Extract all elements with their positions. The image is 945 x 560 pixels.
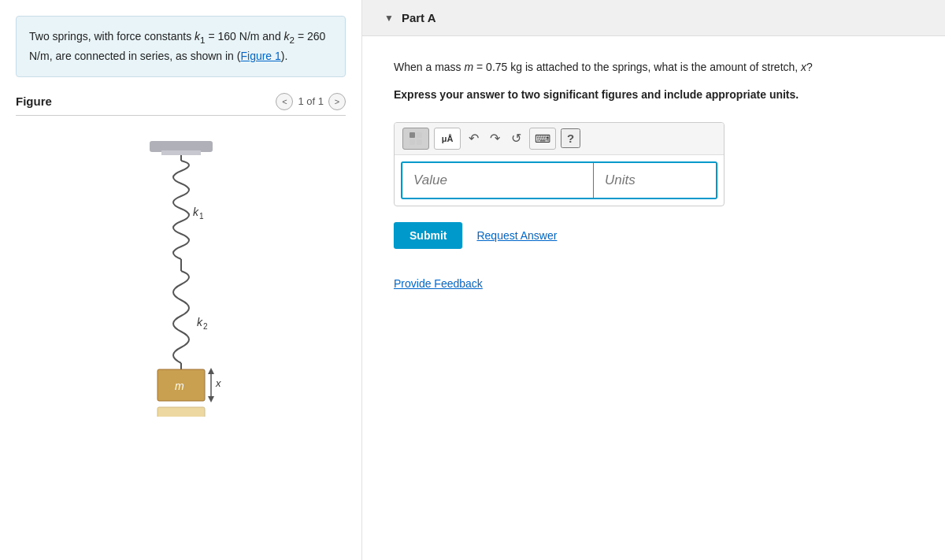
svg-text:1: 1: [199, 212, 204, 221]
figure-link[interactable]: Figure 1: [240, 50, 280, 62]
help-icon: ?: [567, 132, 574, 145]
reset-btn[interactable]: ↺: [508, 129, 524, 147]
prev-figure-btn[interactable]: <: [276, 93, 293, 110]
figure-title: Figure: [16, 95, 52, 108]
figure-count: 1 of 1: [298, 95, 324, 107]
matrix-btn[interactable]: [402, 128, 429, 150]
help-btn[interactable]: ?: [561, 128, 580, 148]
answer-box: μÅ ↶ ↷ ↺ ⌨ ?: [394, 122, 724, 206]
svg-rect-16: [158, 407, 205, 417]
svg-text:2: 2: [203, 322, 208, 331]
svg-text:m: m: [175, 380, 184, 392]
action-row: Submit Request Answer: [394, 222, 914, 249]
part-content: When a mass m = 0.75 kg is attached to t…: [362, 36, 945, 314]
problem-statement: Two springs, with force constants k1 = 1…: [16, 16, 346, 77]
matrix-icon: [409, 132, 423, 146]
svg-rect-18: [417, 132, 422, 138]
svg-text:k: k: [193, 206, 199, 218]
svg-rect-17: [410, 132, 415, 138]
answer-toolbar: μÅ ↶ ↷ ↺ ⌨ ?: [395, 123, 724, 155]
question-text: When a mass m = 0.75 kg is attached to t…: [394, 58, 914, 77]
keyboard-icon: ⌨: [535, 132, 550, 145]
request-answer-btn[interactable]: Request Answer: [476, 229, 557, 242]
left-panel: Two springs, with force constants k1 = 1…: [0, 0, 362, 560]
answer-inputs-wrapper: [401, 161, 717, 199]
part-title: Part A: [402, 11, 436, 24]
collapse-arrow[interactable]: ▼: [384, 13, 394, 24]
figure-image: k 1 k 2 m x: [16, 125, 346, 432]
submit-btn[interactable]: Submit: [394, 222, 462, 249]
redo-btn[interactable]: ↷: [487, 129, 503, 147]
value-input[interactable]: [402, 163, 594, 198]
svg-rect-0: [150, 141, 213, 152]
units-input[interactable]: [594, 163, 717, 198]
k2-symbol: k: [284, 30, 290, 43]
spring-diagram: k 1 k 2 m x: [118, 133, 244, 417]
svg-text:x: x: [215, 377, 221, 389]
svg-text:k: k: [197, 316, 203, 328]
provide-feedback-link[interactable]: Provide Feedback: [394, 277, 483, 290]
svg-marker-14: [208, 396, 214, 402]
svg-rect-20: [417, 139, 422, 145]
svg-rect-1: [161, 150, 201, 155]
figure-nav: < 1 of 1 >: [276, 93, 346, 110]
undo-icon: ↶: [469, 131, 479, 146]
svg-rect-19: [410, 139, 415, 145]
next-figure-btn[interactable]: >: [328, 93, 346, 110]
mu-btn[interactable]: μÅ: [434, 128, 461, 150]
undo-btn[interactable]: ↶: [465, 129, 482, 147]
right-panel: ▼ Part A When a mass m = 0.75 kg is atta…: [362, 0, 945, 560]
figure-section: Figure < 1 of 1 > k: [16, 93, 346, 432]
answer-instruction: Express your answer to two significant f…: [394, 87, 914, 103]
part-header: ▼ Part A: [362, 0, 945, 36]
mu-label: μÅ: [442, 134, 454, 143]
redo-icon: ↷: [490, 131, 500, 146]
figure-header: Figure < 1 of 1 >: [16, 93, 346, 116]
reset-icon: ↺: [511, 131, 521, 146]
svg-marker-13: [208, 368, 214, 374]
keyboard-btn[interactable]: ⌨: [529, 128, 556, 150]
